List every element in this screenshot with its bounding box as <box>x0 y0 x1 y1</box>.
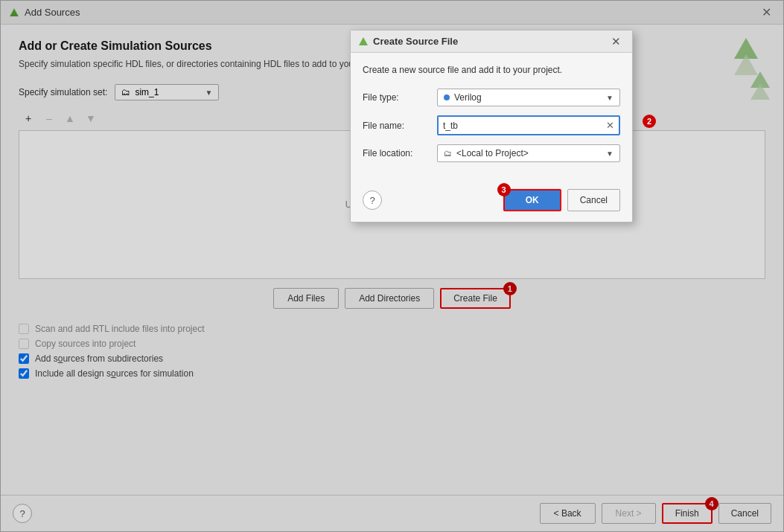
file-name-clear-button[interactable]: ✕ <box>602 117 619 134</box>
file-type-label: File type: <box>363 92 430 103</box>
dialog-description: Create a new source file and add it to y… <box>363 63 620 77</box>
file-name-label: File name: <box>363 121 430 131</box>
dialog-buttons: OK 3 Cancel <box>503 189 620 211</box>
dialog-cancel-button[interactable]: Cancel <box>567 189 620 211</box>
file-location-row: File location: 🗂 <Local to Project> ▼ <box>363 144 620 162</box>
dialog-content: Create a new source file and add it to y… <box>351 53 632 182</box>
file-type-dropdown[interactable]: Verilog ▼ <box>437 89 620 106</box>
ok-button[interactable]: OK 3 <box>503 189 561 211</box>
file-type-value: Verilog <box>454 92 602 103</box>
file-type-arrow-icon: ▼ <box>606 94 614 102</box>
dialog-actions: ? OK 3 Cancel <box>351 182 632 222</box>
step-badge-3: 3 <box>497 183 511 196</box>
dialog-title-bar: Create Source File ✕ <box>351 31 632 53</box>
dialog-help-button[interactable]: ? <box>363 190 382 210</box>
dialog-title-text: Create Source File <box>373 36 458 47</box>
file-location-dropdown[interactable]: 🗂 <Local to Project> ▼ <box>437 144 620 162</box>
dialog-title-left: Create Source File <box>358 36 458 47</box>
file-type-row: File type: Verilog ▼ <box>363 89 620 106</box>
svg-marker-6 <box>359 37 368 45</box>
file-name-row: File name: ✕ 2 <box>363 115 620 135</box>
file-name-input[interactable] <box>439 118 602 134</box>
dialog-close-button[interactable]: ✕ <box>608 34 625 49</box>
dialog-vivado-icon <box>358 36 369 47</box>
file-location-value: <Local to Project> <box>456 148 602 158</box>
location-icon: 🗂 <box>444 149 452 158</box>
file-location-label: File location: <box>363 148 430 158</box>
file-location-arrow-icon: ▼ <box>606 150 614 158</box>
file-name-control: ✕ 2 <box>437 115 620 135</box>
file-location-control: 🗂 <Local to Project> ▼ <box>437 144 620 162</box>
file-type-control: Verilog ▼ <box>437 89 620 106</box>
verilog-dot-icon <box>444 94 450 100</box>
file-name-input-wrapper: ✕ 2 <box>437 115 620 135</box>
create-source-dialog: Create Source File ✕ Create a new source… <box>350 30 633 222</box>
ok-label: OK <box>526 195 539 205</box>
